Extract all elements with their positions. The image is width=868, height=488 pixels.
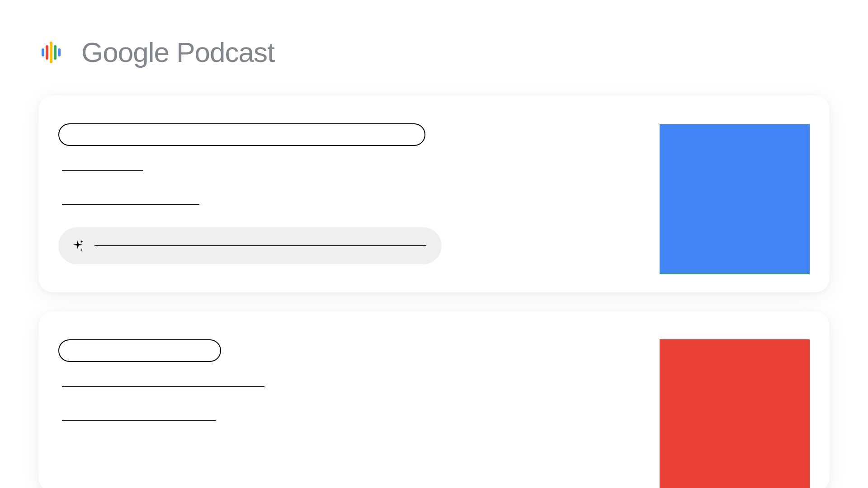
- podcast-thumbnail[interactable]: [660, 124, 810, 274]
- app-header: Google Podcast: [0, 0, 868, 68]
- podcast-meta-placeholder: [62, 170, 143, 171]
- podcast-description-placeholder: [62, 420, 216, 421]
- ai-summary-pill[interactable]: [58, 227, 442, 264]
- logo-bar: [50, 42, 52, 63]
- podcast-card[interactable]: [38, 311, 830, 488]
- podcast-description-placeholder: [62, 204, 199, 205]
- app-title: Google Podcast: [81, 36, 274, 68]
- ai-summary-text-placeholder: [94, 245, 426, 246]
- logo-bar: [58, 48, 61, 56]
- logo-bar: [46, 45, 48, 60]
- podcast-card[interactable]: [38, 95, 830, 292]
- logo-bar: [54, 45, 57, 60]
- podcast-title-placeholder: [58, 123, 425, 146]
- podcast-thumbnail[interactable]: [660, 339, 810, 488]
- logo-bar: [42, 48, 44, 56]
- podcast-logo-icon: [38, 40, 63, 65]
- sparkle-icon: [71, 239, 85, 253]
- podcast-list: [0, 68, 868, 488]
- podcast-title-placeholder: [58, 339, 221, 362]
- podcast-meta-placeholder: [62, 386, 264, 387]
